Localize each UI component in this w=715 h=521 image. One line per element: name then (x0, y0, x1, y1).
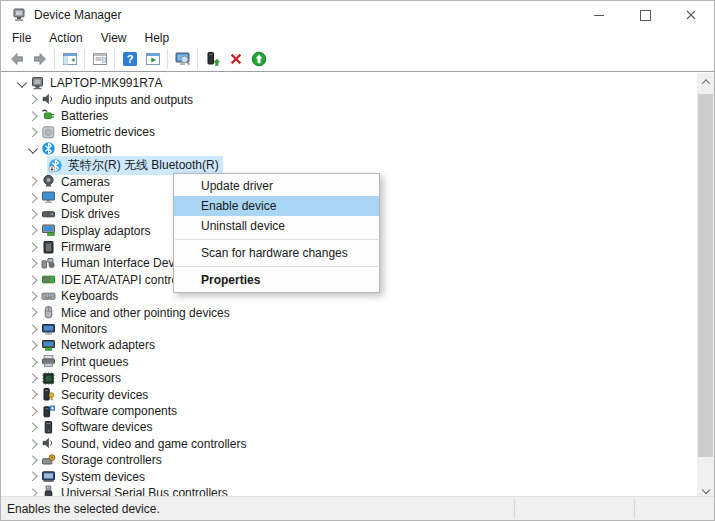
chevron-right-icon[interactable] (24, 337, 40, 353)
chevron-right-icon[interactable] (24, 321, 40, 337)
scrollbar-thumb[interactable] (698, 94, 713, 457)
toolbar-separator (197, 49, 198, 69)
help-button[interactable]: ? (118, 47, 141, 70)
toolbar: ? (1, 46, 714, 71)
forward-arrow-button[interactable] (28, 47, 51, 70)
tree-item[interactable]: Security devices (1, 386, 714, 402)
hid-icon (41, 256, 56, 271)
uninstall-device-button[interactable] (224, 47, 247, 70)
mouse-icon (41, 305, 56, 320)
chevron-right-icon[interactable] (24, 403, 40, 419)
vertical-scrollbar[interactable] (697, 73, 714, 498)
chevron-right-icon[interactable] (24, 354, 40, 370)
update-driver-button[interactable] (247, 47, 270, 70)
tree-item[interactable]: Storage controllers (1, 452, 714, 468)
tree-item[interactable]: LAPTOP-MK991R7A (1, 75, 714, 91)
minimize-button[interactable] (576, 1, 622, 29)
processor-icon (41, 371, 56, 386)
context-menu-item-uninstall-device[interactable]: Uninstall device (174, 216, 379, 236)
menu-file[interactable]: File (3, 30, 40, 46)
context-menu-item-update-driver[interactable]: Update driver (174, 176, 379, 196)
tree-item-label: Software devices (60, 419, 153, 435)
back-arrow-icon (9, 51, 25, 67)
toolbar-separator (84, 49, 85, 69)
scroll-up-button[interactable] (697, 73, 714, 90)
chevron-right-icon[interactable] (24, 206, 40, 222)
tree-item-label: System devices (60, 469, 146, 485)
context-menu-item-properties[interactable]: Properties (174, 270, 379, 290)
close-button[interactable] (668, 1, 714, 29)
menu-view[interactable]: View (92, 30, 136, 46)
tree-item[interactable]: Monitors (1, 321, 714, 337)
tree-item[interactable]: 英特尔(R) 无线 Bluetooth(R) (1, 157, 714, 173)
uninstall-device-icon (228, 51, 244, 67)
tree-item[interactable]: System devices (1, 468, 714, 484)
menu-bar: FileActionViewHelp (1, 29, 714, 46)
tree-item[interactable]: Sound, video and game controllers (1, 436, 714, 452)
tree-item[interactable]: Bluetooth (1, 141, 714, 157)
device-manager-app-icon (11, 7, 27, 23)
minimize-icon (594, 15, 604, 16)
properties-window-icon (92, 51, 108, 67)
tree-item[interactable]: Network adapters (1, 337, 714, 353)
tree-item[interactable]: Mice and other pointing devices (1, 304, 714, 320)
tree-item[interactable]: Batteries (1, 108, 714, 124)
chevron-down-icon[interactable] (24, 141, 40, 157)
tree-item-label: Sound, video and game controllers (60, 436, 247, 452)
status-bar: Enables the selected device. (1, 496, 714, 520)
tree-item[interactable]: Processors (1, 370, 714, 386)
security-icon (41, 387, 56, 402)
window-title: Device Manager (34, 8, 121, 22)
chevron-right-icon[interactable] (24, 272, 40, 288)
chevron-right-icon[interactable] (24, 223, 40, 239)
enable-device-button[interactable] (201, 47, 224, 70)
tree-item[interactable]: Biometric devices (1, 124, 714, 140)
chevron-right-icon[interactable] (24, 469, 40, 485)
chevron-right-icon[interactable] (24, 305, 40, 321)
tree-item-label: Mice and other pointing devices (60, 305, 231, 321)
show-console-tree-button[interactable] (58, 47, 81, 70)
chevron-right-icon[interactable] (24, 92, 40, 108)
chevron-right-icon[interactable] (24, 255, 40, 271)
chevron-right-icon[interactable] (24, 108, 40, 124)
context-menu-item-scan-for-hardware-changes[interactable]: Scan for hardware changes (174, 243, 379, 263)
back-arrow-button[interactable] (5, 47, 28, 70)
chevron-right-icon[interactable] (24, 452, 40, 468)
chevron-right-icon[interactable] (24, 174, 40, 190)
chevron-right-icon[interactable] (24, 239, 40, 255)
tree-item-label: Network adapters (60, 337, 156, 353)
chevron-right-icon[interactable] (24, 387, 40, 403)
chevron-right-icon[interactable] (24, 124, 40, 140)
menu-help[interactable]: Help (136, 30, 179, 46)
tree-item[interactable]: Print queues (1, 354, 714, 370)
context-menu-item-enable-device[interactable]: Enable device (174, 196, 379, 216)
tree-item-label: Monitors (60, 321, 108, 337)
chevron-down-icon[interactable] (13, 75, 29, 91)
scan-hardware-button[interactable] (171, 47, 194, 70)
menu-action[interactable]: Action (40, 30, 91, 46)
properties-window-button[interactable] (88, 47, 111, 70)
enable-device-icon (205, 51, 221, 67)
tree-item-label: Storage controllers (60, 452, 163, 468)
keyboard-icon (41, 289, 56, 304)
chevron-right-icon[interactable] (24, 288, 40, 304)
forward-arrow-icon (32, 51, 48, 67)
action-window-button[interactable] (141, 47, 164, 70)
chevron-right-icon[interactable] (24, 419, 40, 435)
scan-hardware-icon (175, 51, 191, 67)
tree-item-label: Print queues (60, 354, 129, 370)
software-component-icon (41, 404, 56, 419)
printer-icon (41, 354, 56, 369)
battery-icon (41, 108, 56, 123)
tree-item-label: Security devices (60, 387, 149, 403)
chevron-right-icon[interactable] (24, 370, 40, 386)
chevron-right-icon[interactable] (24, 190, 40, 206)
tree-item[interactable]: Audio inputs and outputs (1, 91, 714, 107)
chevron-right-icon[interactable] (24, 436, 40, 452)
tree-item[interactable]: Software devices (1, 419, 714, 435)
tree-item[interactable]: Software components (1, 403, 714, 419)
network-icon (41, 338, 56, 353)
tree-item-label: Cameras (60, 174, 111, 190)
maximize-button[interactable] (622, 1, 668, 29)
title-bar: Device Manager (1, 1, 714, 29)
